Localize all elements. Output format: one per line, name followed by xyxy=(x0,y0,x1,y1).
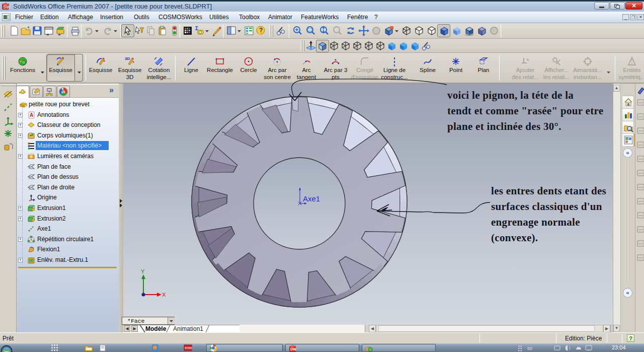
svg-text:snes: snes xyxy=(185,346,192,349)
svg-text:DW: DW xyxy=(290,347,296,351)
svg-text:Animation1: Animation1 xyxy=(173,325,203,332)
svg-text:Modèle: Modèle xyxy=(145,325,167,332)
svg-text:50: 50 xyxy=(527,346,532,351)
